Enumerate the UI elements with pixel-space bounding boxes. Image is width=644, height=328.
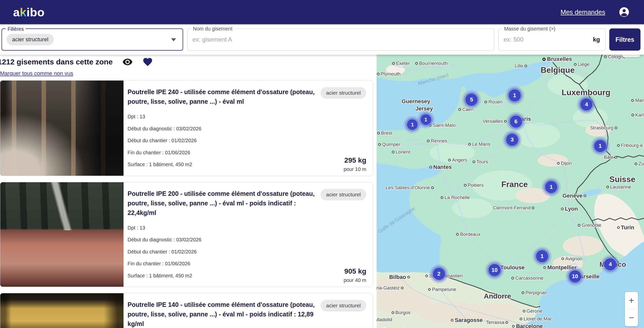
map-city-label: Angers xyxy=(447,157,467,163)
city-dot-icon xyxy=(456,233,459,236)
map-city-label: Quimper xyxy=(377,142,400,147)
nav-mes-demandes-link[interactable]: Mes demandes xyxy=(560,8,605,16)
zoom-out-button[interactable]: − xyxy=(625,309,638,326)
eye-icon[interactable] xyxy=(122,57,133,67)
gisement-card[interactable]: Poutrelle IPE 140 - utilisée comme éléme… xyxy=(0,293,373,328)
map-city-label: Man xyxy=(630,98,644,103)
city-dot-icon xyxy=(504,120,507,123)
map-city-label: Jersey xyxy=(415,105,433,112)
city-dot-icon xyxy=(543,266,546,269)
map-city-label: Fribourg-e xyxy=(616,143,643,148)
results-list-panel: 1212 gisements dans cette zone Marquer t… xyxy=(0,55,377,328)
heart-icon[interactable] xyxy=(142,57,153,67)
map-city-label: Zur xyxy=(633,161,644,167)
city-dot-icon xyxy=(415,62,418,65)
map-cluster-marker[interactable]: 10 xyxy=(489,264,501,276)
map-city-label: Saragosse xyxy=(450,317,482,323)
akibo-logo[interactable]: akibo xyxy=(13,5,45,19)
logo-part: a xyxy=(13,6,20,19)
map-city-label: Montpellier xyxy=(542,264,577,271)
map-city-label: Turin xyxy=(616,224,634,231)
map-city-label: La Rochelle xyxy=(439,195,470,200)
map-cluster-marker[interactable]: 4 xyxy=(604,258,616,270)
gisement-card[interactable]: Poutrelle IPE 200 - utilisée comme éléme… xyxy=(0,182,373,287)
city-dot-icon xyxy=(407,276,410,278)
map-cluster-marker[interactable]: 1 xyxy=(509,89,521,101)
map-city-label: Vitoria-Gasteiz xyxy=(377,285,405,291)
card-detail-line: Début du diagnostic : 03/02/2026 xyxy=(128,234,367,246)
map-cluster-marker[interactable]: 1 xyxy=(407,119,418,130)
map-city-label: Tours xyxy=(471,159,488,165)
mark-all-unseen-link[interactable]: Marquer tous comme non vus xyxy=(0,70,73,77)
map-cluster-marker[interactable]: 1 xyxy=(421,114,431,125)
kg-unit-label: kg xyxy=(593,36,606,43)
city-dot-icon xyxy=(441,196,443,199)
city-dot-icon xyxy=(429,166,432,168)
map-city-label: Valladolid xyxy=(377,317,392,322)
card-title: Poutrelle IPE 240 - utilisée comme éléme… xyxy=(128,87,323,106)
card-weight-per: pour 10 m xyxy=(344,166,366,172)
map-city-label: Bilbao xyxy=(389,274,411,280)
map-city-label: Grenoble xyxy=(577,223,601,228)
map-city-label: Karls xyxy=(630,112,644,118)
map-city-label: Bâle xyxy=(604,155,618,160)
gisement-card-list: Poutrelle IPE 240 - utilisée comme éléme… xyxy=(0,80,373,328)
filieres-select[interactable]: Filières acier structurel xyxy=(2,28,183,51)
city-dot-icon xyxy=(532,207,534,209)
map-city-label: France xyxy=(501,179,528,189)
map-city-label: Strasbourg xyxy=(590,125,618,131)
filter-bar: Filières acier structurel Nom du gisemen… xyxy=(0,24,644,55)
map-cluster-marker[interactable]: 3 xyxy=(506,134,518,146)
city-dot-icon xyxy=(522,291,524,294)
logo-part: k xyxy=(20,6,27,19)
map-control-partial[interactable] xyxy=(622,55,640,57)
map-city-label: Lille xyxy=(515,63,528,69)
map-cluster-marker[interactable]: 1 xyxy=(594,140,606,152)
map-city-label: Suisse xyxy=(609,175,635,184)
city-dot-icon xyxy=(617,144,620,147)
map-city-label: Brest xyxy=(377,130,392,136)
city-dot-icon xyxy=(485,101,487,103)
map-cluster-marker[interactable]: 5 xyxy=(465,94,477,106)
city-dot-icon xyxy=(631,114,634,116)
city-dot-icon xyxy=(427,140,429,142)
chevron-down-icon xyxy=(171,38,176,41)
map-city-label: Lyon xyxy=(560,206,578,212)
card-detail-line: Début du chantier : 01/02/2026 xyxy=(128,135,367,147)
map-cluster-marker[interactable]: 10 xyxy=(569,270,581,282)
map-city-label: Bournemouth xyxy=(414,61,448,66)
gisement-card[interactable]: Poutrelle IPE 240 - utilisée comme éléme… xyxy=(0,80,373,176)
city-dot-icon xyxy=(520,318,522,320)
card-weight: 295 kg xyxy=(344,156,366,164)
card-detail-line: Surface : 1 bâtiment, 450 m2 xyxy=(128,159,367,171)
map-city-label: Belgique xyxy=(541,65,575,75)
city-dot-icon xyxy=(606,186,609,188)
map-cluster-marker[interactable]: 6 xyxy=(510,116,522,128)
card-weight-box: 905 kg pour 40 m xyxy=(344,267,366,283)
filieres-chip[interactable]: acier structurel xyxy=(7,34,54,45)
city-dot-icon xyxy=(635,163,637,165)
card-weight-per: pour 40 m xyxy=(344,277,366,283)
card-detail-line: Surface : 1 bâtiment, 450 m2 xyxy=(128,270,367,282)
map-cluster-marker[interactable]: 4 xyxy=(580,98,592,111)
card-detail-line: Dpt : 13 xyxy=(128,111,367,123)
map-canvas[interactable]: ExeterBournemouthPlymouthManche (mer)Lil… xyxy=(377,55,644,328)
results-count-title: 1212 gisements dans cette zone xyxy=(0,58,113,66)
account-icon[interactable] xyxy=(618,6,630,18)
map-city-label: Versailles xyxy=(482,119,508,124)
map-cluster-marker[interactable]: 2 xyxy=(433,268,445,280)
filtres-button[interactable]: Filtres xyxy=(609,28,640,51)
card-title: Poutrelle IPE 200 - utilisée comme éléme… xyxy=(128,189,323,217)
map-cluster-marker[interactable]: 1 xyxy=(545,181,557,193)
card-title: Poutrelle IPE 140 - utilisée comme éléme… xyxy=(128,300,323,328)
masse-gisement-field: Masse du gisement (>) kg xyxy=(498,28,606,51)
card-details: Dpt : 13Début du diagnostic : 03/02/2026… xyxy=(128,222,367,282)
card-tag-chip: acier structurel xyxy=(320,189,366,200)
card-body: Poutrelle IPE 140 - utilisée comme éléme… xyxy=(124,293,373,328)
map-city-label: Bordeaux xyxy=(455,232,480,237)
map-cluster-marker[interactable]: 1 xyxy=(536,250,548,262)
map-city-label: Exeter xyxy=(391,61,410,66)
card-detail-line: Début du chantier : 01/02/2026 xyxy=(128,246,367,258)
zoom-in-button[interactable]: + xyxy=(625,292,638,309)
map-city-label: Rouen xyxy=(483,99,502,105)
